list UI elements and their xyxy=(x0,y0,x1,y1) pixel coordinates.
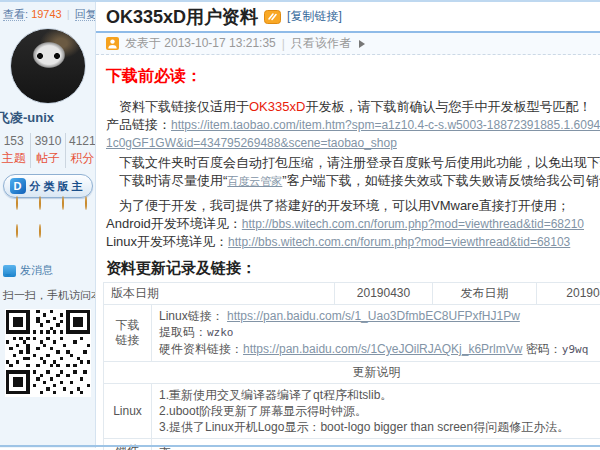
body-line-env: 为了便于开发，我司提供了搭建好的开发环境，可以用VMware直接打开使用； xyxy=(106,197,600,215)
views-count: 19743 xyxy=(31,8,62,20)
extract-code-value: wzko xyxy=(207,326,234,339)
text: 下载时请尽量使用“ xyxy=(119,173,227,188)
baidu-client-link[interactable]: 百度云管家 xyxy=(227,175,282,187)
send-message-label: 发消息 xyxy=(20,263,53,278)
medal-icon xyxy=(62,203,78,230)
medal-icon xyxy=(85,203,96,230)
post-meta-row: 发表于 2013-10-17 13:21:35 | 只看该作者 xyxy=(96,33,600,55)
thread-stats-line: 查看: 19743 | 回复: 1 xyxy=(0,2,95,25)
post-content: 下载前必读： 资料下载链接仅适用于OK335xD开发板，请下载前确认与您手中开发… xyxy=(96,55,600,450)
body-line-note2: 下载时请尽量使用“百度云管家”客户端下载，如链接失效或下载失败请反馈给我公司销售… xyxy=(106,172,600,190)
medal-icon xyxy=(39,203,55,230)
android-env-link[interactable]: http://bbs.witech.com.cn/forum.php?mod=v… xyxy=(242,217,584,231)
stat-posts: 3910 帖子 xyxy=(30,133,64,168)
body-line-android: Android开发环境详见：http://bbs.witech.com.cn/f… xyxy=(106,215,600,233)
message-icon xyxy=(3,265,16,277)
stat-credits-value[interactable]: 4121 xyxy=(66,134,96,148)
views-label[interactable]: 查看 xyxy=(3,8,25,21)
android-env-label: Android开发环境详见： xyxy=(106,216,242,231)
version-date-label: 版本日期 xyxy=(104,283,335,305)
send-message-button[interactable]: 发消息 xyxy=(0,258,95,278)
release-date-value: 20190430 xyxy=(537,283,600,305)
linux-env-label: Linux开发环境详见： xyxy=(106,234,228,249)
arrow-right-icon[interactable] xyxy=(359,40,369,48)
colon: : xyxy=(25,8,28,20)
stat-credits-label: 积分 xyxy=(66,150,96,167)
text: ”客户端下载，如链接失效或下载失败请反馈给我公司销售人员，谢谢！ xyxy=(282,173,600,188)
body-line-note1: 下载文件夹时百度会自动打包压缩，请注册登录百度账号后使用此功能，以免出现下载后不… xyxy=(106,154,600,172)
product-label: 产品链接： xyxy=(106,117,171,132)
body-line-compat: 资料下载链接仅适用于OK335xD开发板，请下载前确认与您手中开发板型号匹配！ xyxy=(106,98,600,116)
text: 资料下载链接仅适用于 xyxy=(119,99,249,114)
linux-notes-cell: 1.重新使用交叉编译器编译了qt程序和tslib。 2.uboot阶段更新了屏幕… xyxy=(152,384,600,439)
stat-posts-value[interactable]: 3910 xyxy=(31,134,64,148)
post-title: OK335xD用户资料 xyxy=(106,5,258,29)
post-title-row: OK335xD用户资料 [复制链接] xyxy=(96,2,600,33)
hardware-download-line: 硬件资料链接：https://pan.baidu.com/s/1CyeJOilR… xyxy=(159,341,600,358)
medal-icon xyxy=(16,231,32,258)
note-line: 1.重新使用交叉编译器编译了qt程序和tslib。 xyxy=(159,387,600,403)
copy-link-button[interactable]: [复制链接] xyxy=(287,8,342,25)
author-username[interactable]: 飞凌-unix xyxy=(0,109,95,127)
hw-pass-value: y9wq xyxy=(562,343,589,356)
stat-credits: 4121 积分 xyxy=(65,133,96,168)
medal-icon xyxy=(39,231,55,258)
table-row-update-header: 更新说明 xyxy=(104,362,600,384)
update-section-title: 资料更新记录及链接： xyxy=(106,259,600,277)
qr-code xyxy=(5,309,91,397)
divider: | xyxy=(282,37,285,51)
linux-download-line: Linux链接： https://pan.baidu.com/s/1_Uao3D… xyxy=(159,308,600,324)
update-table: 版本日期 20190430 发布日期 20190430 下载链接 Linux链接… xyxy=(103,282,600,450)
extract-code-line: 提取码：wzko xyxy=(159,324,600,341)
download-links-cell: Linux链接： https://pan.baidu.com/s/1_Uao3D… xyxy=(152,305,600,362)
author-stats: 153 主题 3910 帖子 4121 积分 xyxy=(0,133,96,168)
moderator-badge-label: 分类版主 xyxy=(30,179,86,194)
user-icon xyxy=(106,37,119,50)
product-link[interactable]: https://item.taobao.com/item.htm?spm=a1z… xyxy=(106,118,600,150)
version-date-value: 20190430 xyxy=(335,283,433,305)
note-line: 3.提供了Linux开机Logo显示：boot-logo bigger than… xyxy=(159,419,600,435)
board-model-red: OK335xD xyxy=(249,99,305,114)
stat-threads-label: 主题 xyxy=(0,150,30,167)
post-bottom-divider xyxy=(0,445,600,447)
divider: | xyxy=(67,8,70,20)
attachment-icon xyxy=(264,8,281,25)
replies-label[interactable]: 回复 xyxy=(75,8,96,21)
discuz-logo-icon: D xyxy=(10,178,26,194)
avatar[interactable] xyxy=(10,28,86,104)
table-row-linux-notes: Linux 1.重新使用交叉编译器编译了qt程序和tslib。 2.uboot阶… xyxy=(104,384,600,439)
stat-posts-label: 帖子 xyxy=(31,150,64,167)
table-row-downloads: 下载链接 Linux链接： https://pan.baidu.com/s/1_… xyxy=(104,305,600,362)
medal-icon xyxy=(0,203,9,230)
text: 开发板，请下载前确认与您手中开发板型号匹配！ xyxy=(305,99,591,114)
medal-icon xyxy=(16,203,32,230)
medal-icon xyxy=(0,231,9,258)
row-label: Linux xyxy=(104,384,152,439)
scan-tip-text: 扫一扫，手机访问本帖 xyxy=(0,278,95,303)
only-author-link[interactable]: 只看该作者 xyxy=(291,35,351,52)
body-line-product: 产品链接：https://item.taobao.com/item.htm?sp… xyxy=(106,116,600,152)
post-main: OK335xD用户资料 [复制链接] 发表于 2013-10-17 13:21:… xyxy=(96,2,600,448)
download-links-label: 下载链接 xyxy=(104,305,152,362)
linux-link-label: Linux链接： xyxy=(159,309,224,323)
linux-baidu-link[interactable]: https://pan.baidu.com/s/1_Uao3DfmbEC8UFP… xyxy=(227,309,520,323)
update-notes-header: 更新说明 xyxy=(104,362,600,384)
linux-env-link[interactable]: http://bbs.witech.com.cn/forum.php?mod=v… xyxy=(228,235,570,249)
hw-pass-label: 密码： xyxy=(526,342,562,356)
hw-link-label: 硬件资料链接： xyxy=(159,342,243,356)
stat-threads: 153 主题 xyxy=(0,133,30,168)
release-date-label: 发布日期 xyxy=(433,283,537,305)
table-row-dates: 版本日期 20190430 发布日期 20190430 xyxy=(104,283,600,305)
extract-code-label: 提取码： xyxy=(159,325,207,339)
note-line: 2.uboot阶段更新了屏幕显示得时钟源。 xyxy=(159,403,600,419)
page-layout: 查看: 19743 | 回复: 1 飞凌-unix 153 主题 3910 帖子… xyxy=(0,2,600,448)
hw-baidu-link[interactable]: https://pan.baidu.com/s/1CyeJOilRJAQKj_k… xyxy=(243,342,522,356)
author-sidebar: 查看: 19743 | 回复: 1 飞凌-unix 153 主题 3910 帖子… xyxy=(0,2,96,448)
spacer xyxy=(106,190,600,197)
post-time: 发表于 2013-10-17 13:21:35 xyxy=(125,35,276,52)
medal-row-2 xyxy=(0,230,95,258)
stat-threads-value[interactable]: 153 xyxy=(0,134,30,148)
medal-row-1 xyxy=(0,202,95,230)
moderator-badge: D 分类版主 xyxy=(3,174,93,198)
warning-heading: 下载前必读： xyxy=(106,67,600,85)
